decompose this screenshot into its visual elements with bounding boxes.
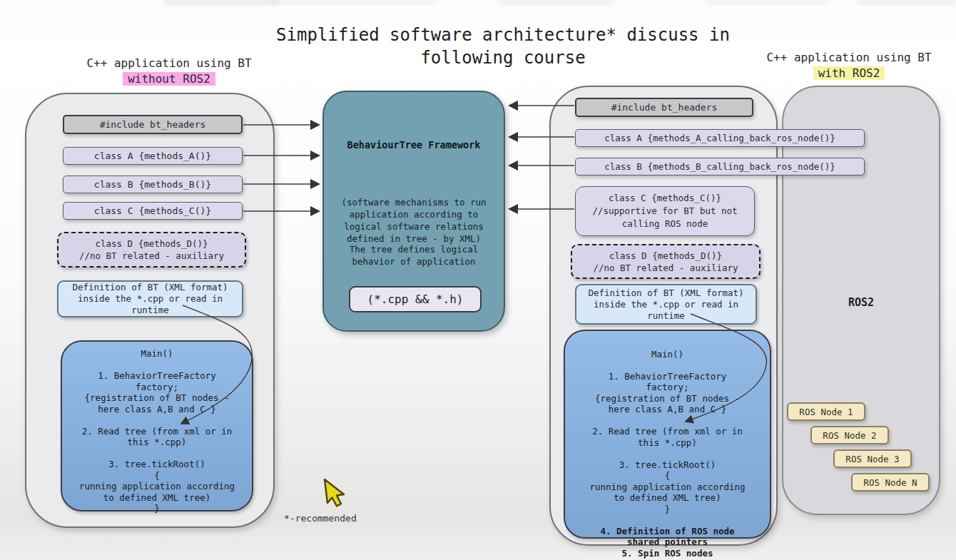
architecture-diagram-page: { "title": "Simplified software architec…	[0, 0, 956, 560]
top-edge-smudge	[164, 0, 278, 4]
ros-node-n: ROS Node N	[851, 473, 930, 492]
top-edge-smudge	[271, 0, 435, 4]
right-main-box: Main() 1. BehaviorTreeFactory factory; {…	[564, 330, 771, 539]
left-main-code: Main() 1. BehaviorTreeFactory factory; {…	[62, 348, 252, 514]
framework-description2: The tree defines logical behavior of app…	[324, 243, 504, 268]
top-edge-smudge	[706, 0, 828, 4]
framework-files-box: (*.cpp && *.h)	[349, 286, 482, 312]
left-heading-line1: C++ application using BT	[62, 56, 276, 71]
recommended-footnote: *-recommended	[284, 513, 357, 524]
with-ros2-highlight: with ROS2	[813, 66, 885, 80]
top-edge-smudge	[856, 0, 956, 4]
left-class-c-box: class C {methods_C()}	[63, 202, 243, 220]
right-main-code: Main() 1. BehaviorTreeFactory factory; {…	[589, 349, 745, 515]
left-class-b-box: class B {methods_B()}	[63, 175, 243, 193]
right-include-box: #include bt_headers	[575, 98, 753, 117]
right-class-b-box: class B {methods_B_calling_back_ros_node…	[575, 158, 865, 175]
mouse-cursor	[320, 477, 353, 514]
left-main-box: Main() 1. BehaviorTreeFactory factory; {…	[61, 340, 253, 511]
right-bt-definition-box: Definition of BT (XML format) inside the…	[575, 284, 757, 325]
right-class-a-box: class A {methods_A_calling_back_ros_node…	[575, 129, 865, 147]
right-column-heading: C++ application using BT with ROS2	[742, 50, 956, 81]
right-class-c-box: class C {methods_C()} //supportive for B…	[575, 186, 755, 236]
left-class-a-box: class A {methods_A()}	[63, 147, 243, 165]
left-include-box: #include bt_headers	[63, 115, 243, 134]
ros-node-1: ROS Node 1	[787, 402, 865, 421]
right-main-code-ros-steps: 4. Definition of ROS node shared pointer…	[589, 526, 745, 559]
top-edge-smudge	[499, 0, 614, 4]
ros-node-3: ROS Node 3	[833, 449, 912, 468]
left-class-d-box: class D {methods_D()} //no BT related - …	[57, 232, 246, 268]
left-column-heading: C++ application using BT without ROS2	[62, 56, 276, 87]
page-title: Simplified software architecture* discus…	[214, 24, 792, 69]
framework-title: BehaviourTree Framework	[324, 139, 504, 151]
ros-node-2: ROS Node 2	[810, 426, 889, 444]
left-bt-definition-box: Definition of BT (XML format) inside the…	[57, 280, 243, 317]
right-heading-line1: C++ application using BT	[742, 50, 956, 66]
framework-description: (software mechanisms to run application …	[324, 196, 504, 245]
behaviourtree-framework-box: BehaviourTree Framework (software mechan…	[322, 91, 505, 332]
right-class-d-box: class D {methods_D()} //no BT related - …	[571, 244, 761, 279]
ros2-title: ROS2	[782, 296, 940, 309]
without-ros2-highlight: without ROS2	[123, 72, 215, 86]
